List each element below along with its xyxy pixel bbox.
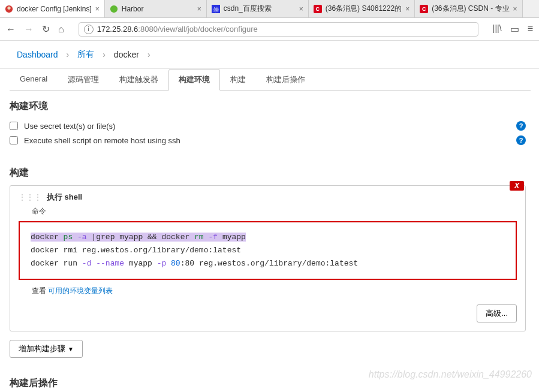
chevron-right-icon: ›: [147, 50, 150, 59]
tab-title: (36条消息) CSDN - 专业: [432, 4, 509, 14]
csdn-icon: C: [314, 5, 322, 13]
url-bar[interactable]: i 172.25.28.6:8080/view/all/job/docker/c…: [79, 22, 478, 37]
browser-tab-csdn1[interactable]: C (36条消息) S4061222的 ×: [309, 0, 415, 17]
menu-icon[interactable]: ≡: [528, 23, 533, 35]
breadcrumb-all[interactable]: 所有: [77, 49, 94, 60]
drag-handle-icon[interactable]: ⋮⋮⋮: [19, 193, 42, 201]
build-env-section: 构建环境 Use secret text(s) or file(s) ? Exe…: [5, 91, 531, 157]
config-tabs: General 源码管理 构建触发器 构建环境 构建 构建后操作: [10, 69, 531, 91]
tab-post-build[interactable]: 构建后操作: [256, 69, 315, 90]
tab-title: docker Config [Jenkins]: [17, 5, 92, 13]
harbor-icon: [110, 5, 118, 13]
browser-tab-csdn2[interactable]: C (36条消息) CSDN - 专业 ×: [415, 0, 522, 17]
shell-command-input[interactable]: docker ps -a |grep myapp && docker rm -f…: [19, 221, 517, 280]
tab-triggers[interactable]: 构建触发器: [109, 69, 168, 90]
tab-build[interactable]: 构建: [220, 69, 256, 90]
back-icon[interactable]: ←: [6, 24, 16, 35]
delete-step-button[interactable]: X: [510, 181, 524, 191]
browser-tab-baidu[interactable]: 崇 csdn_百度搜索 ×: [207, 0, 309, 17]
secret-text-label: Use secret text(s) or file(s): [24, 122, 516, 131]
help-icon[interactable]: ?: [516, 121, 526, 131]
library-icon[interactable]: |||\: [493, 23, 502, 35]
chevron-right-icon: ›: [67, 50, 70, 59]
browser-tab-bar: docker Config [Jenkins] × Harbor × 崇 csd…: [0, 0, 539, 18]
baidu-icon: 崇: [212, 5, 220, 13]
advanced-button[interactable]: 高级...: [477, 304, 517, 322]
jenkins-icon: [5, 5, 13, 13]
close-icon[interactable]: ×: [95, 5, 100, 13]
add-build-step-button[interactable]: 增加构建步骤 ▼: [10, 340, 83, 358]
tab-title: Harbor: [122, 5, 194, 13]
env-vars-link[interactable]: 可用的环境变量列表: [48, 287, 113, 295]
tab-scm[interactable]: 源码管理: [58, 69, 109, 90]
tab-build-env[interactable]: 构建环境: [168, 69, 220, 91]
tab-title: (36条消息) S4061222的: [326, 4, 402, 14]
info-icon[interactable]: i: [84, 25, 94, 34]
csdn-icon: C: [420, 5, 428, 13]
extensions-icon[interactable]: ▭: [510, 23, 519, 35]
url-host: 172.25.28.6: [97, 25, 138, 34]
url-port: :8080: [138, 25, 158, 34]
svg-text:崇: 崇: [213, 6, 218, 12]
secret-text-row: Use secret text(s) or file(s) ?: [10, 119, 526, 133]
close-icon[interactable]: ×: [197, 5, 201, 13]
tab-general[interactable]: General: [10, 69, 58, 90]
breadcrumb-dashboard[interactable]: Dashboard: [17, 50, 58, 59]
chevron-right-icon: ›: [103, 50, 106, 59]
command-label: 命令: [32, 206, 517, 216]
secret-text-checkbox[interactable]: [10, 122, 18, 130]
section-title: 构建: [10, 167, 526, 179]
reload-icon[interactable]: ↻: [42, 23, 50, 35]
svg-point-1: [7, 6, 10, 9]
browser-nav-bar: ← → ↻ ⌂ i 172.25.28.6:8080/view/all/job/…: [0, 18, 539, 41]
exec-shell-row: Execute shell script on remote host usin…: [10, 133, 526, 147]
exec-shell-label: Execute shell script on remote host usin…: [24, 136, 516, 145]
shell-step-box: X ⋮⋮⋮ 执行 shell 命令 docker ps -a |grep mya…: [10, 185, 526, 331]
post-build-section: 构建后操作 增加构建后操作步骤 ▼: [5, 367, 531, 392]
env-vars-hint: 查看 可用的环境变量列表: [32, 286, 517, 296]
section-title: 构建后操作: [10, 377, 526, 390]
tab-title: csdn_百度搜索: [224, 4, 296, 14]
breadcrumb-job: docker: [114, 50, 139, 59]
close-icon[interactable]: ×: [513, 5, 517, 13]
exec-shell-checkbox[interactable]: [10, 136, 18, 144]
browser-tab-harbor[interactable]: Harbor ×: [105, 0, 207, 17]
chevron-down-icon: ▼: [68, 346, 74, 352]
home-icon[interactable]: ⌂: [58, 24, 64, 35]
browser-tab-jenkins[interactable]: docker Config [Jenkins] ×: [0, 0, 105, 17]
close-icon[interactable]: ×: [405, 5, 409, 13]
svg-point-2: [110, 5, 118, 12]
step-title: 执行 shell: [47, 192, 82, 203]
close-icon[interactable]: ×: [299, 5, 303, 13]
forward-icon[interactable]: →: [24, 24, 34, 35]
help-icon[interactable]: ?: [516, 135, 526, 145]
section-title: 构建环境: [10, 100, 526, 113]
breadcrumb: Dashboard › 所有 › docker ›: [0, 41, 539, 69]
build-section: 构建 X ⋮⋮⋮ 执行 shell 命令 docker ps -a |grep …: [5, 157, 531, 367]
url-path: /view/all/job/docker/configure: [158, 25, 258, 34]
